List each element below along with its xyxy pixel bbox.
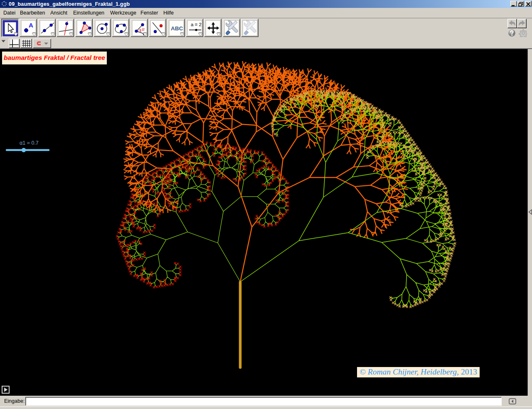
svg-text:α: α — [142, 26, 145, 32]
svg-text:ABC: ABC — [171, 25, 183, 32]
svg-text:A: A — [29, 22, 33, 29]
svg-text:α1 = 0.7: α1 = 0.7 — [20, 140, 39, 146]
svg-text:a = 2: a = 2 — [191, 22, 202, 27]
